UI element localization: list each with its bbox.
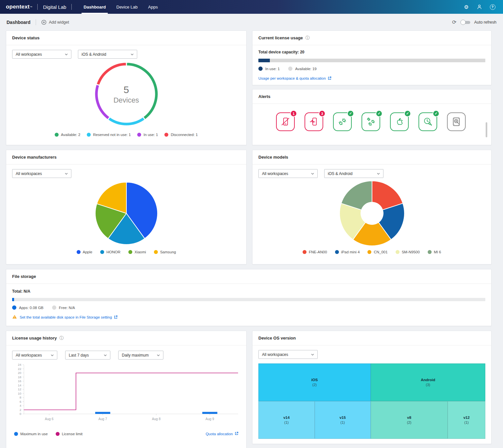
- chevron-down-icon: [311, 354, 314, 356]
- chevron-down-icon: [311, 173, 314, 175]
- models-legend: FNE-AN00iPad mini 4CN_001SM-N9500MI 6: [258, 250, 485, 254]
- treemap-cell-v15[interactable]: v15(1): [315, 401, 371, 439]
- chevron-down-icon: [51, 354, 54, 356]
- legend-item: Disconnected: 1: [164, 133, 197, 137]
- nav-actions: ⚙ ?: [463, 0, 503, 14]
- device-models-widget: Device models All workspaces iOS & Andro…: [252, 150, 492, 264]
- svg-text:10: 10: [18, 392, 21, 395]
- workspace-filter-dropdown[interactable]: All workspaces: [258, 169, 318, 178]
- widget-title: Device models: [258, 155, 288, 160]
- opentext-logo: opentext™: [0, 0, 32, 14]
- device-capacity-label: Total device capacity: 20: [258, 50, 485, 54]
- widget-header: Device OS version: [252, 331, 491, 345]
- workspace-filter-dropdown[interactable]: All workspaces: [258, 350, 318, 359]
- workspace-filter-dropdown[interactable]: All workspaces: [12, 50, 71, 59]
- svg-text:14: 14: [18, 383, 21, 387]
- help-icon[interactable]: ?: [489, 4, 496, 10]
- alert-tile-connector-icon[interactable]: ✓: [333, 112, 352, 131]
- widget-title: Device OS version: [258, 336, 296, 341]
- chevron-down-icon: [157, 354, 160, 356]
- file-storage-legend: Apps: 0.08 GB Free: N/A: [12, 305, 485, 310]
- legend-item: Samsung: [154, 250, 176, 254]
- settings-gear-icon[interactable]: ⚙: [463, 4, 470, 10]
- auto-refresh-label: Auto refresh: [474, 20, 496, 25]
- treemap-cell-v8[interactable]: v8(2): [371, 401, 448, 439]
- os-filter-dropdown[interactable]: iOS & Android: [78, 50, 137, 59]
- period-filter-dropdown[interactable]: Last 7 days: [65, 351, 110, 360]
- chevron-down-icon: [104, 354, 107, 356]
- refresh-icon[interactable]: ⟳: [452, 20, 456, 25]
- device-status-widget: Device status All workspaces iOS & Andro…: [6, 30, 247, 145]
- device-status-legend: Available: 2Reserved not in use: 1In use…: [12, 133, 240, 137]
- external-link-icon: [114, 315, 118, 320]
- usage-per-workspace-link[interactable]: Usage per workspace & quota allocation: [258, 76, 331, 81]
- info-icon[interactable]: ⓘ: [60, 336, 64, 340]
- nav-divider: [71, 4, 72, 10]
- nav-divider: [37, 4, 38, 10]
- free-dot: [52, 305, 56, 310]
- alert-badge: ✓: [376, 110, 382, 117]
- aggregation-filter-dropdown[interactable]: Daily maximum: [118, 351, 163, 360]
- apple-icon: [394, 116, 405, 127]
- in-use-dot: [258, 67, 263, 71]
- alerts-scrollbar[interactable]: [486, 122, 487, 137]
- license-history-chart: 024681012141618202224Aug 6Aug 7Aug 8Aug …: [12, 361, 240, 431]
- info-icon[interactable]: ⓘ: [306, 36, 310, 40]
- alert-badge: ✓: [347, 110, 354, 117]
- alert-tile-apple-icon[interactable]: ✓: [390, 112, 409, 131]
- page-title: Dashboard: [7, 20, 30, 25]
- auto-refresh-toggle[interactable]: [460, 20, 470, 24]
- alert-tile-connector-settings-icon[interactable]: ✓: [362, 112, 380, 131]
- legend-item: Available: 2: [55, 133, 80, 137]
- alert-badge: 1: [290, 110, 297, 117]
- legend-item: iPad mini 4: [335, 250, 360, 254]
- models-donut-chart: [258, 181, 485, 246]
- widget-title: Alerts: [258, 94, 270, 99]
- svg-text:2: 2: [20, 408, 21, 412]
- widget-title: Device manufacturers: [12, 155, 57, 160]
- widget-header: Device status: [6, 31, 246, 45]
- tab-dashboard[interactable]: Dashboard: [78, 0, 111, 14]
- apps-dot: [12, 305, 16, 310]
- alert-tile-phone-disconnected-icon[interactable]: 1: [276, 112, 295, 131]
- treemap-cell-iOS[interactable]: iOS(2): [258, 363, 371, 401]
- alert-tile-license-expiry-icon[interactable]: ✓: [419, 112, 437, 131]
- widget-header: File storage: [6, 269, 491, 284]
- legend-item: In use: 1: [137, 133, 158, 137]
- add-widget-button[interactable]: Add widget: [41, 20, 69, 25]
- os-filter-dropdown[interactable]: iOS & Android: [324, 169, 383, 178]
- warning-icon: [12, 314, 17, 320]
- quota-allocation-link[interactable]: Quota allocation: [206, 432, 238, 436]
- workspace-filter-dropdown[interactable]: All workspaces: [12, 169, 71, 178]
- file-storage-setting-link[interactable]: Set the total available disk space in Fi…: [20, 315, 118, 320]
- svg-text:6: 6: [20, 400, 21, 403]
- alert-badge: ✓: [404, 110, 411, 117]
- external-link-icon: [235, 432, 238, 436]
- alert-tile-phone-unhealthy-icon[interactable]: 3: [305, 112, 323, 131]
- os-version-treemap: iOS(2)Android(3)v14(1)v15(1)v8(2)v12(1): [258, 363, 485, 439]
- tab-device-lab[interactable]: Device Lab: [111, 0, 143, 14]
- legend-item: CN_001: [367, 250, 387, 254]
- treemap-cell-Android[interactable]: Android(3): [371, 363, 485, 401]
- disk-inspect-icon: [451, 116, 462, 127]
- alert-tile-disk-inspect-icon[interactable]: [447, 112, 466, 131]
- plus-circle-icon: [41, 20, 47, 25]
- chevron-down-icon: [377, 173, 380, 175]
- legend-item: HONOR: [100, 250, 121, 254]
- treemap-cell-v12[interactable]: v12(1): [448, 401, 485, 439]
- widget-header: Alerts: [252, 89, 491, 104]
- legend-item: Reserved not in use: 1: [87, 133, 131, 137]
- tab-apps[interactable]: Apps: [143, 0, 163, 14]
- svg-text:24: 24: [18, 363, 21, 366]
- file-storage-widget: File storage Total: N/A Apps: 0.08 GB Fr…: [6, 269, 492, 326]
- alert-tiles: 13✓✓✓✓: [252, 104, 491, 131]
- user-account-icon[interactable]: [476, 4, 483, 10]
- treemap-cell-v14[interactable]: v14(1): [258, 401, 315, 439]
- top-nav: opentext™ Digital Lab Dashboard Device L…: [0, 0, 503, 14]
- workspace-filter-dropdown[interactable]: All workspaces: [12, 351, 57, 360]
- current-license-usage-widget: Current license usage ⓘ Total device cap…: [252, 30, 492, 85]
- widget-title: License usage history: [12, 336, 57, 341]
- svg-text:22: 22: [18, 367, 21, 371]
- available-dot: [288, 67, 292, 71]
- legend-item: MI 6: [428, 250, 441, 254]
